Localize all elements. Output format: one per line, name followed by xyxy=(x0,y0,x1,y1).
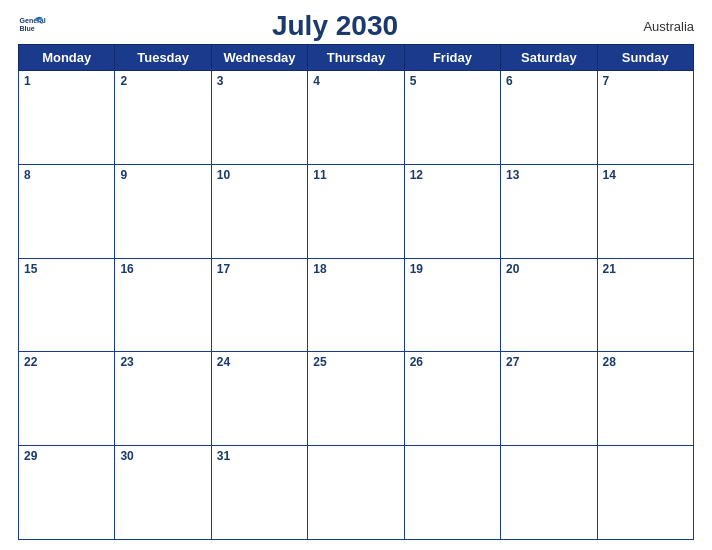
logo-bird-icon: General Blue xyxy=(18,12,46,40)
date-number: 25 xyxy=(313,355,326,369)
calendar-cell: 31 xyxy=(211,446,307,540)
date-number: 14 xyxy=(603,168,616,182)
date-number: 30 xyxy=(120,449,133,463)
date-number: 12 xyxy=(410,168,423,182)
calendar-cell: 17 xyxy=(211,258,307,352)
date-number: 20 xyxy=(506,262,519,276)
date-number: 26 xyxy=(410,355,423,369)
calendar-cell: 20 xyxy=(501,258,597,352)
calendar-cell: 4 xyxy=(308,71,404,165)
calendar-cell: 8 xyxy=(19,164,115,258)
calendar-cell: 16 xyxy=(115,258,211,352)
date-number: 4 xyxy=(313,74,320,88)
calendar-cell: 9 xyxy=(115,164,211,258)
week-row-3: 15161718192021 xyxy=(19,258,694,352)
week-row-1: 1234567 xyxy=(19,71,694,165)
date-number: 18 xyxy=(313,262,326,276)
svg-text:Blue: Blue xyxy=(20,25,35,32)
day-header-sunday: Sunday xyxy=(597,45,693,71)
date-number: 13 xyxy=(506,168,519,182)
date-number: 27 xyxy=(506,355,519,369)
calendar-cell: 6 xyxy=(501,71,597,165)
day-headers-row: MondayTuesdayWednesdayThursdayFridaySatu… xyxy=(19,45,694,71)
date-number: 1 xyxy=(24,74,31,88)
week-row-2: 891011121314 xyxy=(19,164,694,258)
calendar-cell xyxy=(501,446,597,540)
date-number: 31 xyxy=(217,449,230,463)
date-number: 19 xyxy=(410,262,423,276)
date-number: 23 xyxy=(120,355,133,369)
calendar-cell: 5 xyxy=(404,71,500,165)
date-number: 10 xyxy=(217,168,230,182)
calendar-cell: 29 xyxy=(19,446,115,540)
calendar-title: July 2030 xyxy=(46,10,624,42)
country-label: Australia xyxy=(624,19,694,34)
day-header-monday: Monday xyxy=(19,45,115,71)
date-number: 11 xyxy=(313,168,326,182)
week-row-5: 293031 xyxy=(19,446,694,540)
date-number: 2 xyxy=(120,74,127,88)
calendar-cell: 2 xyxy=(115,71,211,165)
calendar-cell: 19 xyxy=(404,258,500,352)
calendar-cell xyxy=(404,446,500,540)
date-number: 16 xyxy=(120,262,133,276)
day-header-friday: Friday xyxy=(404,45,500,71)
calendar-cell: 12 xyxy=(404,164,500,258)
date-number: 6 xyxy=(506,74,513,88)
calendar-cell: 23 xyxy=(115,352,211,446)
date-number: 21 xyxy=(603,262,616,276)
calendar-cell xyxy=(597,446,693,540)
calendar-cell: 25 xyxy=(308,352,404,446)
date-number: 22 xyxy=(24,355,37,369)
calendar-table: MondayTuesdayWednesdayThursdayFridaySatu… xyxy=(18,44,694,540)
date-number: 15 xyxy=(24,262,37,276)
date-number: 5 xyxy=(410,74,417,88)
calendar-cell: 10 xyxy=(211,164,307,258)
day-header-thursday: Thursday xyxy=(308,45,404,71)
logo: General Blue xyxy=(18,12,46,40)
date-number: 28 xyxy=(603,355,616,369)
date-number: 17 xyxy=(217,262,230,276)
date-number: 8 xyxy=(24,168,31,182)
day-header-tuesday: Tuesday xyxy=(115,45,211,71)
day-header-wednesday: Wednesday xyxy=(211,45,307,71)
date-number: 3 xyxy=(217,74,224,88)
calendar-cell xyxy=(308,446,404,540)
calendar-cell: 1 xyxy=(19,71,115,165)
calendar-cell: 24 xyxy=(211,352,307,446)
calendar-cell: 18 xyxy=(308,258,404,352)
calendar-cell: 27 xyxy=(501,352,597,446)
date-number: 7 xyxy=(603,74,610,88)
date-number: 29 xyxy=(24,449,37,463)
calendar-cell: 28 xyxy=(597,352,693,446)
top-bar: General Blue July 2030 Australia xyxy=(18,10,694,42)
date-number: 9 xyxy=(120,168,127,182)
calendar-cell: 13 xyxy=(501,164,597,258)
calendar-cell: 26 xyxy=(404,352,500,446)
calendar-cell: 3 xyxy=(211,71,307,165)
calendar-cell: 14 xyxy=(597,164,693,258)
calendar-cell: 22 xyxy=(19,352,115,446)
calendar-cell: 11 xyxy=(308,164,404,258)
day-header-saturday: Saturday xyxy=(501,45,597,71)
calendar-cell: 30 xyxy=(115,446,211,540)
calendar-cell: 15 xyxy=(19,258,115,352)
week-row-4: 22232425262728 xyxy=(19,352,694,446)
calendar-cell: 7 xyxy=(597,71,693,165)
date-number: 24 xyxy=(217,355,230,369)
calendar-cell: 21 xyxy=(597,258,693,352)
